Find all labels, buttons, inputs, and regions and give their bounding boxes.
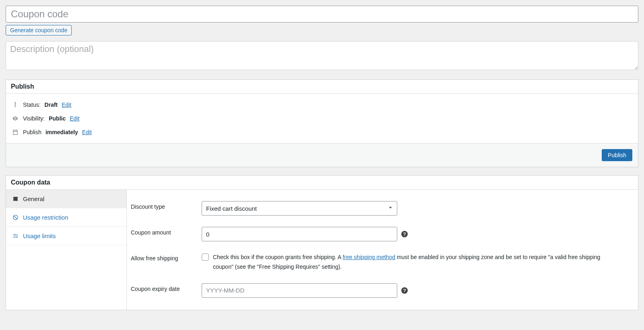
visibility-value: Public: [49, 115, 66, 122]
help-icon[interactable]: ?: [401, 287, 408, 294]
coupon-code-input[interactable]: [6, 6, 638, 23]
tab-usage-restriction-label: Usage restriction: [23, 214, 68, 221]
allow-free-shipping-label: Allow free shipping: [131, 253, 202, 262]
allow-free-shipping-description: Check this box if the coupon grants free…: [213, 253, 607, 272]
help-icon[interactable]: ?: [401, 231, 408, 237]
no-entry-icon: [12, 214, 19, 220]
calendar-icon: [12, 129, 19, 135]
coupon-data-box: Coupon data General: [6, 175, 638, 310]
status-value: Draft: [45, 102, 58, 108]
generate-coupon-code-button[interactable]: Generate coupon code: [6, 25, 72, 35]
tab-usage-restriction[interactable]: Usage restriction: [6, 208, 126, 227]
status-label: Status:: [23, 102, 41, 108]
coupon-expiry-input[interactable]: [202, 283, 397, 298]
free-shipping-method-link[interactable]: free shipping method: [343, 254, 395, 260]
sliders-icon: [12, 233, 19, 239]
tab-usage-limits[interactable]: Usage limits: [6, 227, 126, 245]
ticket-icon: [12, 196, 19, 202]
visibility-label: Visibility:: [23, 115, 45, 122]
discount-type-label: Discount type: [131, 201, 202, 210]
publish-box: Publish Status: Draft Edit: [6, 79, 638, 167]
coupon-data-title: Coupon data: [11, 179, 625, 186]
coupon-expiry-label: Coupon expiry date: [131, 283, 202, 292]
coupon-tabs-sidebar: General Usage restriction Usage limits: [6, 190, 127, 310]
tab-general[interactable]: General: [6, 190, 126, 208]
tab-usage-limits-label: Usage limits: [23, 232, 56, 239]
publish-box-title: Publish: [11, 83, 625, 90]
allow-free-shipping-checkbox[interactable]: [202, 253, 209, 261]
publish-button[interactable]: Publish: [602, 149, 632, 161]
publish-date-edit-link[interactable]: Edit: [82, 129, 92, 135]
tab-general-label: General: [23, 195, 44, 202]
coupon-description-textarea[interactable]: [6, 41, 638, 70]
coupon-amount-label: Coupon amount: [131, 227, 202, 236]
visibility-icon: [12, 115, 19, 122]
publish-date-label: Publish: [23, 129, 41, 135]
visibility-edit-link[interactable]: Edit: [70, 115, 79, 122]
pin-icon: [12, 102, 19, 108]
publish-date-value: immediately: [45, 129, 78, 135]
coupon-amount-input[interactable]: [202, 227, 397, 241]
status-edit-link[interactable]: Edit: [62, 102, 71, 108]
discount-type-select[interactable]: Fixed cart discount: [202, 201, 397, 216]
